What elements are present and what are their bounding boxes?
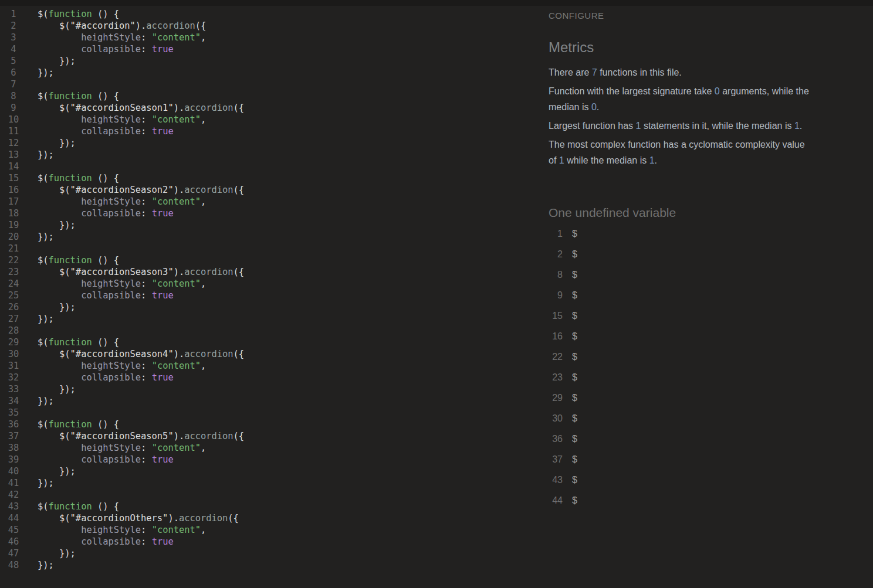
metric-text: Largest function has xyxy=(549,121,636,131)
code-text: }); xyxy=(27,383,76,395)
metric-text: Function with the largest signature take xyxy=(549,86,715,96)
code-line: 28 xyxy=(0,325,540,337)
line-number: 42 xyxy=(0,489,27,501)
line-number: 35 xyxy=(0,407,27,419)
code-text: heightStyle: "content", xyxy=(27,32,206,43)
code-line: 48}); xyxy=(0,559,540,571)
metric-line: Function with the largest signature take… xyxy=(549,83,868,99)
configure-link[interactable]: CONFIGURE xyxy=(549,11,868,21)
line-number: 36 xyxy=(0,419,27,430)
line-number: 10 xyxy=(0,114,27,125)
source-line-number: 23 xyxy=(549,372,563,383)
source-line-number: 22 xyxy=(549,352,563,362)
source-line-number: 16 xyxy=(549,331,563,342)
undefined-variable-row: 1$ xyxy=(549,223,868,244)
line-number: 25 xyxy=(0,290,27,301)
code-line: 15$(function () { xyxy=(0,172,540,184)
line-number: 2 xyxy=(0,20,27,32)
details-panel: CONFIGURE Metrics There are 7 functions … xyxy=(549,6,868,511)
code-line: 14 xyxy=(0,161,540,172)
line-number: 8 xyxy=(0,90,27,102)
code-line: 19 }); xyxy=(0,219,540,231)
line-number: 29 xyxy=(0,337,27,348)
metrics-paragraphs: There are 7 functions in this file.Funct… xyxy=(549,64,868,168)
code-line: 41}); xyxy=(0,477,540,489)
top-strip xyxy=(0,0,873,6)
line-number: 16 xyxy=(0,184,27,196)
undefined-variable-row: 30$ xyxy=(549,408,868,429)
line-number: 21 xyxy=(0,243,27,254)
code-line: 23 $("#accordionSeason3").accordion({ xyxy=(0,266,540,278)
source-line-number: 8 xyxy=(549,270,563,280)
code-line: 44 $("#accordionOthers").accordion({ xyxy=(0,512,540,524)
metric-text: median is xyxy=(549,102,591,112)
code-text: $(function () { xyxy=(27,501,119,512)
undefined-variable-row: 9$ xyxy=(549,285,868,305)
line-number: 40 xyxy=(0,465,27,477)
code-text: collapsible: true xyxy=(27,372,174,383)
variable-name: $ xyxy=(572,270,577,280)
code-text: $(function () { xyxy=(27,8,119,20)
variable-name: $ xyxy=(572,372,577,383)
undefined-variable-row: 36$ xyxy=(549,429,868,449)
metric-line: The most complex function has a cyclomat… xyxy=(549,137,868,152)
code-text: }); xyxy=(27,67,54,79)
code-text: $("#accordionSeason5").accordion({ xyxy=(27,430,244,442)
code-text: collapsible: true xyxy=(27,290,174,301)
code-line: 38 heightStyle: "content", xyxy=(0,442,540,454)
code-text: }); xyxy=(27,137,76,149)
code-text xyxy=(27,325,38,337)
metric-text: . xyxy=(597,102,599,112)
code-line: 25 collapsible: true xyxy=(0,290,540,301)
variable-name: $ xyxy=(572,290,577,301)
code-line: 13}); xyxy=(0,149,540,161)
line-number: 18 xyxy=(0,208,27,219)
code-line: 39 collapsible: true xyxy=(0,454,540,465)
code-line: 16 $("#accordionSeason2").accordion({ xyxy=(0,184,540,196)
code-line: 35 xyxy=(0,407,540,419)
source-line-number: 44 xyxy=(549,495,563,506)
code-line: 6}); xyxy=(0,67,540,79)
source-line-number: 37 xyxy=(549,454,563,465)
undefined-variable-row: 16$ xyxy=(549,326,868,346)
code-line: 22$(function () { xyxy=(0,254,540,266)
code-line: 5 }); xyxy=(0,55,540,67)
code-line: 32 collapsible: true xyxy=(0,372,540,383)
line-number: 38 xyxy=(0,442,27,454)
code-line: 31 heightStyle: "content", xyxy=(0,360,540,372)
code-line: 33 }); xyxy=(0,383,540,395)
metric-paragraph: The most complex function has a cyclomat… xyxy=(549,137,868,168)
code-text: }); xyxy=(27,149,54,161)
code-text: $("#accordionSeason3").accordion({ xyxy=(27,266,244,278)
source-line-number: 2 xyxy=(549,249,563,260)
code-area: 1$(function () {2 $("#accordion").accord… xyxy=(0,6,540,571)
code-text: heightStyle: "content", xyxy=(27,114,206,125)
report-content: 1$(function () {2 $("#accordion").accord… xyxy=(0,6,873,588)
code-text: }); xyxy=(27,219,76,231)
code-text: }); xyxy=(27,548,76,559)
line-number: 47 xyxy=(0,548,27,559)
line-number: 33 xyxy=(0,383,27,395)
code-line: 45 heightStyle: "content", xyxy=(0,524,540,536)
metric-text: while the median is xyxy=(564,155,649,165)
code-text: heightStyle: "content", xyxy=(27,524,206,536)
line-number: 26 xyxy=(0,301,27,313)
metric-text: There are xyxy=(549,67,592,77)
variable-name: $ xyxy=(572,454,577,465)
undefined-variable-row: 29$ xyxy=(549,388,868,408)
variable-name: $ xyxy=(572,311,577,321)
line-number: 41 xyxy=(0,477,27,489)
source-line-number: 1 xyxy=(549,229,563,239)
line-number: 9 xyxy=(0,102,27,114)
line-number: 24 xyxy=(0,278,27,290)
line-number: 20 xyxy=(0,231,27,243)
undefined-variable-row: 15$ xyxy=(549,305,868,326)
variable-name: $ xyxy=(572,413,577,424)
code-text xyxy=(27,243,38,254)
undefined-variable-row: 23$ xyxy=(549,367,868,388)
code-text: }); xyxy=(27,313,54,325)
code-line: 10 heightStyle: "content", xyxy=(0,114,540,125)
code-text: heightStyle: "content", xyxy=(27,360,206,372)
undefined-variable-row: 37$ xyxy=(549,449,868,470)
metric-value: 0 xyxy=(591,102,597,112)
